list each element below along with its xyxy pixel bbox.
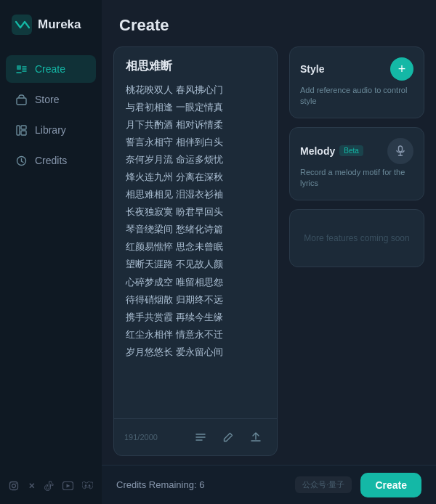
svg-point-8 xyxy=(12,484,16,488)
tiktok-icon[interactable] xyxy=(44,479,54,492)
svg-point-12 xyxy=(89,484,90,486)
logo-text: Mureka xyxy=(38,17,81,32)
more-features-card: More features coming soon xyxy=(289,209,424,267)
style-add-button[interactable]: + xyxy=(390,57,413,81)
lyrics-actions xyxy=(190,426,267,448)
style-card: Style + Add reference audio to control s… xyxy=(289,46,424,118)
lyric-line: 岁月悠悠长 爱永留心间 xyxy=(126,344,265,361)
main-header: Create xyxy=(102,0,436,46)
library-icon xyxy=(15,123,28,137)
lyric-line: 望断天涯路 不见故人颜 xyxy=(126,256,265,273)
svg-rect-7 xyxy=(10,482,18,490)
style-card-header: Style + xyxy=(300,57,413,81)
lyric-line: 奈何岁月流 命运多烦忧 xyxy=(126,151,265,168)
lyric-line: 桃花映双人 春风拂心门 xyxy=(126,81,265,99)
melody-title-row: Melody Beta xyxy=(300,145,363,157)
lyric-line: 琴音绕梁间 愁绪化诗篇 xyxy=(126,221,265,238)
create-label: Create xyxy=(35,63,65,75)
lyric-line: 长夜独寂寞 盼君早回头 xyxy=(126,203,265,221)
credits-remaining: Credits Remaining: 6 xyxy=(116,479,286,490)
discord-icon[interactable] xyxy=(82,479,93,492)
main-body: 相思难断 桃花映双人 春风拂心门与君初相逢 一眼定情真月下共酌酒 相对诉情柔誓言… xyxy=(102,46,436,465)
sidebar-item-credits[interactable]: Credits xyxy=(6,147,96,174)
word-count: 191/2000 xyxy=(124,433,158,442)
youtube-icon[interactable] xyxy=(62,479,73,492)
watermark-text: 公众号·量子 xyxy=(302,479,344,490)
store-label: Store xyxy=(35,94,59,105)
lyrics-title: 相思难断 xyxy=(114,47,277,81)
sidebar-item-store[interactable]: Store xyxy=(6,86,96,113)
sidebar-item-library[interactable]: Library xyxy=(6,116,96,144)
lyric-line: 烽火连九州 分离在深秋 xyxy=(126,168,265,186)
svg-rect-3 xyxy=(17,126,20,135)
lyric-line: 相思难相见 泪湿衣衫袖 xyxy=(126,186,265,203)
svg-rect-5 xyxy=(21,131,26,135)
svg-rect-2 xyxy=(17,98,26,105)
svg-rect-4 xyxy=(21,126,26,129)
logo-icon xyxy=(12,15,32,35)
microphone-button[interactable] xyxy=(387,138,413,164)
instagram-icon[interactable] xyxy=(9,479,19,492)
lyrics-footer: 191/2000 xyxy=(114,418,277,455)
lyrics-content[interactable]: 桃花映双人 春风拂心门与君初相逢 一眼定情真月下共酌酒 相对诉情柔誓言永相守 相… xyxy=(114,81,277,418)
lyric-line: 待得硝烟散 归期终不远 xyxy=(126,291,265,309)
library-label: Library xyxy=(35,124,66,136)
sidebar-nav: Create Store Library xyxy=(0,55,102,471)
svg-point-11 xyxy=(85,484,86,486)
lyric-line: 月下共酌酒 相对诉情柔 xyxy=(126,116,265,134)
upload-icon[interactable] xyxy=(245,426,267,448)
main-content: Create 相思难断 桃花映双人 春风拂心门与君初相逢 一眼定情真月下共酌酒 … xyxy=(102,0,436,504)
svg-rect-1 xyxy=(17,65,21,70)
sidebar-item-create[interactable]: Create xyxy=(6,55,96,83)
logo: Mureka xyxy=(0,0,102,55)
style-title: Style xyxy=(300,63,324,75)
melody-subtitle: Record a melody motif for the lyrics xyxy=(300,167,413,190)
more-features-text: More features coming soon xyxy=(304,233,409,243)
create-button[interactable]: Create xyxy=(360,473,421,497)
right-panel: Style + Add reference audio to control s… xyxy=(289,46,424,456)
lyrics-panel: 相思难断 桃花映双人 春风拂心门与君初相逢 一眼定情真月下共酌酒 相对诉情柔誓言… xyxy=(113,46,278,456)
melody-card: Melody Beta Record a melody motif for th… xyxy=(289,127,424,200)
edit-icon[interactable] xyxy=(217,426,239,448)
lyric-line: 与君初相逢 一眼定情真 xyxy=(126,99,265,116)
lyric-line: 誓言永相守 相伴到白头 xyxy=(126,134,265,151)
sidebar: Mureka Create Store xyxy=(0,0,102,504)
lyric-line: 携手共赏霞 再续今生缘 xyxy=(126,309,265,326)
svg-point-9 xyxy=(15,483,17,484)
lyric-line: 红颜易憔悴 思念未曾眠 xyxy=(126,238,265,256)
melody-title: Melody xyxy=(300,145,335,157)
bottom-bar: Credits Remaining: 6 公众号·量子 Create xyxy=(102,465,436,504)
create-icon xyxy=(15,62,28,76)
credits-label: Credits xyxy=(35,155,67,166)
watermark: 公众号·量子 xyxy=(295,476,352,493)
store-icon xyxy=(15,93,28,106)
x-icon[interactable]: ✕ xyxy=(28,479,36,492)
style-subtitle: Add reference audio to control style xyxy=(300,85,413,107)
credits-icon xyxy=(15,154,28,167)
melody-header: Melody Beta xyxy=(300,138,413,164)
align-icon[interactable] xyxy=(190,426,211,448)
page-title: Create xyxy=(119,16,419,35)
lyric-line: 心碎梦成空 唯留相思怨 xyxy=(126,274,265,291)
lyric-line: 红尘永相伴 情意永不迁 xyxy=(126,326,265,344)
beta-badge: Beta xyxy=(339,145,363,156)
sidebar-footer: ✕ xyxy=(0,471,102,492)
svg-rect-13 xyxy=(399,146,403,152)
